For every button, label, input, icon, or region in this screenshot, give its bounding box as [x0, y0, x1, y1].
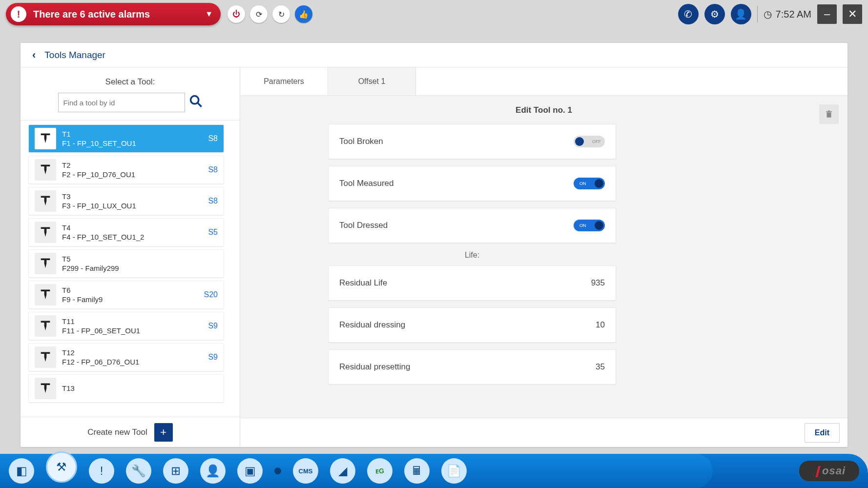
- param-value: 10: [596, 320, 605, 330]
- tool-id: T13: [62, 384, 212, 392]
- param-label: Tool Broken: [339, 137, 383, 146]
- select-tool-label: Select a Tool:: [21, 67, 240, 93]
- back-chevron-icon[interactable]: ‹: [32, 49, 36, 61]
- tool-id: T4: [62, 224, 202, 232]
- param-residual-life: Residual Life 935: [328, 265, 616, 301]
- param-tool-dressed: Tool Dressed ON: [328, 208, 616, 243]
- tool-family: F4 - FP_10_SET_OU1_2: [62, 233, 202, 241]
- taskbar-calculator-icon[interactable]: 🖩: [404, 458, 430, 484]
- taskbar-layout-icon[interactable]: ⊞: [163, 458, 188, 484]
- tool-list[interactable]: T1F1 - FP_10_SET_OU1S8T2F2 - FP_10_D76_O…: [28, 124, 227, 413]
- drill-icon: [35, 315, 56, 337]
- drill-icon: [35, 159, 56, 181]
- toggle-knob: [575, 137, 584, 146]
- taskbar-dot-icon: [274, 468, 281, 474]
- alert-icon: !: [11, 6, 26, 22]
- param-residual-presetting: Residual presetting 35: [328, 349, 616, 385]
- taskbar-eg-icon[interactable]: ᴇG: [367, 458, 393, 484]
- svg-point-0: [190, 96, 198, 103]
- chevron-down-icon[interactable]: ▼: [205, 10, 213, 19]
- tool-id: T1: [62, 130, 202, 138]
- user-icon[interactable]: 👤: [731, 4, 751, 24]
- tool-item[interactable]: T1F1 - FP_10_SET_OU1S8: [28, 124, 224, 153]
- brand-logo: ❙osai: [799, 461, 859, 481]
- drill-icon: [35, 378, 56, 399]
- toggle-tool-broken[interactable]: OFF: [574, 136, 605, 147]
- taskbar-alerts-icon[interactable]: !: [89, 458, 114, 484]
- edit-button[interactable]: Edit: [805, 423, 840, 443]
- tool-item[interactable]: T11F11 - FP_06_SET_OU1S9: [28, 312, 224, 340]
- delete-button[interactable]: [819, 104, 839, 124]
- thumbs-up-icon[interactable]: 👍: [295, 5, 312, 23]
- tool-item[interactable]: T12F12 - FP_06_D76_OU1S9: [28, 343, 224, 371]
- add-tool-button[interactable]: +: [154, 423, 173, 442]
- taskbar-wrench-icon[interactable]: 🔧: [126, 458, 151, 484]
- toggle-state: ON: [579, 181, 586, 186]
- search-input[interactable]: [58, 93, 185, 112]
- activity-icon[interactable]: ⟳: [250, 5, 268, 23]
- drill-icon: [35, 346, 56, 368]
- taskbar-cms-icon[interactable]: CMS: [293, 458, 318, 484]
- drill-icon: [35, 190, 56, 212]
- taskbar-tools-icon[interactable]: ⚒: [46, 451, 77, 483]
- clock-icon: ◷: [764, 8, 772, 20]
- tool-family: F11 - FP_06_SET_OU1: [62, 326, 202, 335]
- taskbar-app1-icon[interactable]: ◢: [330, 458, 355, 484]
- drill-icon: [35, 128, 56, 149]
- tool-item[interactable]: T4F4 - FP_10_SET_OU1_2S5: [28, 218, 224, 246]
- alarm-banner[interactable]: ! There are 6 active alarms ▼: [6, 3, 221, 25]
- tool-id: T11: [62, 317, 202, 325]
- param-value: 935: [591, 278, 605, 288]
- clock-text: 7:52 AM: [776, 9, 811, 20]
- param-label: Residual Life: [339, 278, 387, 288]
- minimize-button[interactable]: –: [817, 4, 837, 24]
- alarm-text: There are 6 active alarms: [33, 9, 150, 20]
- tool-family: F12 - FP_06_D76_OU1: [62, 358, 202, 366]
- tab-offset-1[interactable]: Offset 1: [328, 67, 416, 95]
- toggle-tool-dressed[interactable]: ON: [574, 220, 605, 231]
- detail-title: Edit Tool no. 1: [260, 105, 828, 115]
- sync-icon[interactable]: ↻: [272, 5, 290, 23]
- tool-slot: S8: [208, 197, 218, 205]
- param-tool-measured: Tool Measured ON: [328, 166, 616, 201]
- tool-item[interactable]: T2F2 - FP_10_D76_OU1S8: [28, 156, 224, 184]
- tab-parameters[interactable]: Parameters: [240, 67, 328, 95]
- toggle-knob: [595, 221, 603, 230]
- life-section-label: Life:: [328, 251, 616, 260]
- tool-id: T12: [62, 348, 202, 357]
- tool-slot: S9: [208, 322, 218, 330]
- tool-family: F299 - Family299: [62, 264, 212, 272]
- tool-family: F9 - Family9: [62, 295, 198, 304]
- taskbar-user-icon[interactable]: 👤: [200, 458, 226, 484]
- taskbar-display-icon[interactable]: ▣: [237, 458, 263, 484]
- param-label: Tool Measured: [339, 179, 394, 188]
- tool-item[interactable]: T13: [28, 374, 224, 403]
- tool-slot: S20: [204, 290, 218, 299]
- drill-icon: [35, 284, 56, 305]
- tool-family: F1 - FP_10_SET_OU1: [62, 139, 202, 147]
- tool-id: T2: [62, 161, 202, 169]
- param-label: Residual presetting: [339, 362, 411, 372]
- search-icon[interactable]: [189, 94, 203, 111]
- tool-item[interactable]: T5F299 - Family299: [28, 249, 224, 278]
- tool-slot: S8: [208, 165, 218, 174]
- page-title: Tools Manager: [44, 50, 105, 61]
- phone-icon[interactable]: ✆: [678, 4, 699, 24]
- breadcrumb: ‹ Tools Manager: [21, 43, 847, 67]
- param-label: Tool Dressed: [339, 221, 388, 230]
- tool-item[interactable]: T3F3 - FP_10_LUX_OU1S8: [28, 187, 224, 215]
- tool-item[interactable]: T6F9 - Family9S20: [28, 281, 224, 309]
- param-tool-broken: Tool Broken OFF: [328, 124, 616, 159]
- tool-slot: S9: [208, 353, 218, 362]
- power-icon[interactable]: ⏻: [227, 5, 245, 23]
- taskbar-home-icon[interactable]: ◧: [9, 458, 34, 484]
- divider: [757, 6, 758, 22]
- toggle-state: OFF: [592, 139, 601, 144]
- taskbar-notes-icon[interactable]: 📄: [441, 458, 467, 484]
- toggle-tool-measured[interactable]: ON: [574, 178, 605, 189]
- clock: ◷ 7:52 AM: [764, 8, 811, 20]
- machine-icon[interactable]: ⚙: [704, 4, 725, 24]
- tool-id: T5: [62, 255, 212, 263]
- drill-icon: [35, 253, 56, 274]
- close-button[interactable]: ✕: [843, 4, 862, 24]
